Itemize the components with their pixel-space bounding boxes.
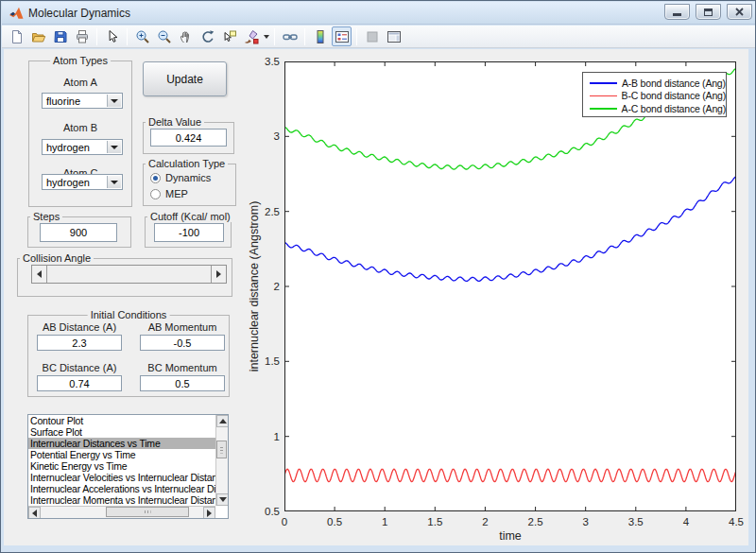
titlebar[interactable]: Molecular Dynamics: [2, 2, 756, 25]
scroll-right-button[interactable]: [203, 507, 215, 519]
calculation-type-group: Calculation Type: [143, 164, 236, 206]
thumb-grip: [145, 510, 151, 513]
initial-conditions-title: Initial Conditions: [88, 309, 170, 320]
zoom-out-button[interactable]: [154, 26, 174, 46]
list-item[interactable]: Kinetic Energy vs Time: [28, 460, 215, 472]
cutoff-title: Cutoff (Kcal/ mol): [147, 211, 233, 222]
legend-label: A-C bond distance (Ang): [622, 103, 726, 114]
legend-entry: A-B bond distance (Ang): [590, 77, 726, 90]
bc-momentum-label: BC Momentum: [140, 362, 225, 373]
maximize-button[interactable]: [696, 4, 721, 20]
atom-c-value: hydrogen: [46, 177, 90, 188]
brush-data-button[interactable]: [241, 26, 261, 46]
plot-axes[interactable]: [284, 61, 736, 511]
atom-a-value: fluorine: [46, 95, 80, 107]
show-plot-tools-button[interactable]: [384, 26, 404, 46]
list-item[interactable]: Internuclear Momenta vs Internuclear Dis…: [28, 494, 215, 506]
list-item[interactable]: Internuclear Distances vs Time: [28, 438, 215, 449]
edit-plot-button[interactable]: [102, 26, 122, 46]
print-figure-button[interactable]: [72, 26, 92, 46]
list-item[interactable]: Contour Plot: [28, 415, 215, 426]
list-item[interactable]: Potential Energy vs Time: [28, 449, 215, 460]
radio-mep[interactable]: MEP: [150, 188, 188, 199]
data-cursor-button[interactable]: [219, 26, 239, 46]
legend-label: B-C bond distance (Ang): [622, 90, 726, 101]
rotate-3d-button[interactable]: [198, 26, 217, 46]
x-tick-label: 4.5: [715, 516, 756, 527]
list-item[interactable]: Internuclear Velocities vs Internuclear …: [28, 472, 215, 483]
chevron-down-icon[interactable]: [107, 141, 121, 153]
close-button[interactable]: [727, 4, 752, 20]
insert-legend-button[interactable]: [332, 26, 352, 46]
legend-entry: A-C bond distance (Ang): [590, 102, 726, 115]
arrow-right-icon: [216, 270, 225, 278]
slider-thumb[interactable]: [47, 266, 219, 283]
bc-distance-field[interactable]: 0.74: [37, 375, 122, 391]
chevron-down-icon[interactable]: [107, 95, 121, 107]
scroll-down-button[interactable]: [216, 493, 229, 506]
calculation-type-title: Calculation Type: [146, 158, 228, 169]
open-file-button[interactable]: [28, 26, 48, 46]
vertical-scroll-thumb[interactable]: [216, 441, 227, 458]
close-icon: [735, 8, 744, 16]
scroll-up-button[interactable]: [216, 415, 229, 427]
atom-c-dropdown[interactable]: hydrogen: [42, 174, 123, 190]
listbox-items: Contour PlotSurface PlotInternuclear Dis…: [28, 415, 215, 506]
toolbar: [2, 26, 756, 48]
radio-icon[interactable]: [150, 173, 161, 183]
arrow-up-icon: [219, 415, 227, 423]
insert-colorbar-button[interactable]: [310, 26, 330, 46]
ab-momentum-field[interactable]: -0.5: [140, 335, 225, 351]
radio-icon[interactable]: [150, 189, 161, 199]
app-window: Molecular Dynamics Atom Types Atom A flu…: [0, 0, 756, 553]
radio-dynamics[interactable]: Dynamics: [150, 172, 211, 183]
y-tick-label: 1: [242, 431, 280, 442]
toolbar-separator: [274, 28, 275, 45]
collision-angle-title: Collision Angle: [20, 252, 94, 264]
cutoff-field[interactable]: -100: [154, 223, 224, 242]
steps-field[interactable]: 900: [40, 223, 117, 242]
brush-data-dropdown-caret[interactable]: [262, 26, 270, 46]
listbox-vertical-scrollbar[interactable]: [215, 415, 228, 506]
horizontal-scroll-thumb[interactable]: [106, 507, 189, 517]
hide-plot-tools-button: [362, 26, 382, 46]
update-button[interactable]: Update: [143, 61, 227, 96]
bc-distance-label: BC Distance (A): [37, 362, 122, 373]
plot-legend[interactable]: A-B bond distance (Ang)B-C bond distance…: [582, 72, 727, 117]
y-tick-label: 3: [242, 130, 280, 142]
atom-a-dropdown[interactable]: fluorine: [42, 93, 123, 109]
delta-value-field[interactable]: 0.424: [150, 129, 227, 147]
minimize-button[interactable]: [664, 4, 690, 20]
pan-button[interactable]: [176, 26, 196, 46]
radio-mep-label: MEP: [165, 188, 188, 199]
ab-distance-label: AB Distance (A): [37, 321, 122, 333]
list-item[interactable]: Internuclear Accelerations vs Internucle…: [28, 483, 215, 494]
listbox-horizontal-scrollbar[interactable]: [28, 506, 215, 518]
collision-angle-slider[interactable]: [31, 265, 227, 284]
data-cursor-icon: [222, 29, 237, 44]
slider-right-arrow[interactable]: [211, 266, 226, 283]
atom-types-title: Atom Types: [50, 55, 111, 66]
brush-data-icon: [244, 29, 259, 44]
list-item[interactable]: Surface Plot: [28, 426, 215, 438]
plot-type-listbox[interactable]: Contour PlotSurface PlotInternuclear Dis…: [27, 414, 229, 519]
y-tick-label: 0.5: [242, 506, 280, 517]
x-tick-label: 1.5: [414, 516, 455, 527]
slider-left-arrow[interactable]: [32, 266, 47, 283]
arrow-down-icon: [219, 497, 227, 506]
atom-b-dropdown[interactable]: hydrogen: [42, 139, 123, 155]
save-figure-button[interactable]: [50, 26, 70, 46]
maximize-icon: [704, 9, 713, 16]
zoom-in-button[interactable]: [132, 26, 152, 46]
arrow-left-icon: [33, 270, 42, 278]
bc-momentum-field[interactable]: 0.5: [140, 375, 225, 391]
link-plot-button[interactable]: [280, 26, 300, 46]
scroll-left-button[interactable]: [28, 507, 41, 519]
minimize-icon: [673, 13, 681, 16]
atom-b-label: Atom B: [28, 122, 132, 133]
x-tick-label: 3: [565, 516, 607, 527]
ab-distance-field[interactable]: 2.3: [37, 335, 122, 351]
toolbar-separator: [127, 28, 128, 45]
chevron-down-icon[interactable]: [107, 176, 121, 188]
new-figure-button[interactable]: [7, 26, 26, 46]
